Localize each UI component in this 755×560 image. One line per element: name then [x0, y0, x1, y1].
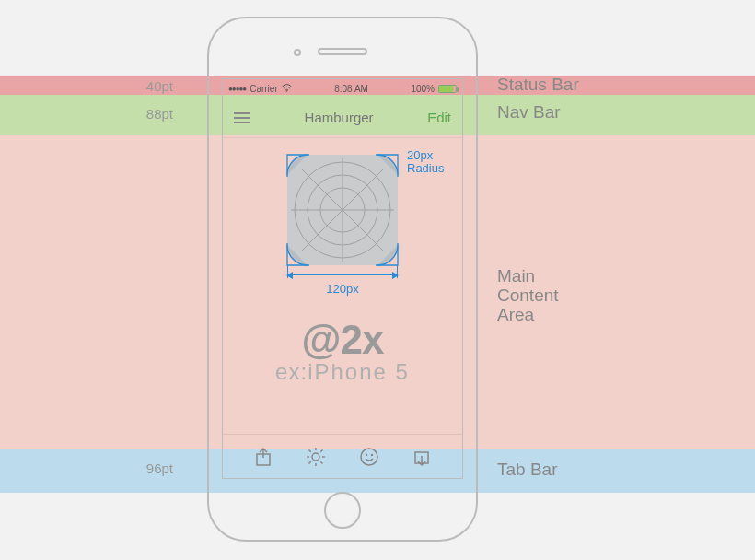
svg-point-19: [366, 454, 366, 455]
wifi-icon: [282, 84, 292, 94]
svg-point-18: [361, 449, 378, 465]
nav-bar-height-label: 88pt: [136, 106, 173, 122]
radius-dimension-label: 20pxRadius: [407, 149, 444, 176]
corner-radius-icon: [375, 154, 399, 178]
home-button-icon: [324, 492, 361, 529]
status-bar: ●●●●● Carrier 8:08 AM 100%: [223, 79, 462, 98]
scale-example-label: ex:iPhone 5: [223, 359, 462, 385]
share-icon[interactable]: [250, 444, 276, 470]
corner-radius-icon: [375, 242, 399, 266]
screen: ●●●●● Carrier 8:08 AM 100% Hamburger Edi…: [222, 78, 463, 479]
status-bar-height-label: 40pt: [136, 78, 173, 94]
smile-icon[interactable]: [356, 444, 382, 470]
tab-bar: [223, 434, 462, 478]
phone-outline: ●●●●● Carrier 8:08 AM 100% Hamburger Edi…: [207, 17, 478, 542]
status-bar-label: Status Bar: [497, 76, 579, 95]
nav-bar-label: Nav Bar: [497, 103, 561, 122]
svg-line-15: [320, 461, 322, 463]
nav-title: Hamburger: [305, 110, 374, 125]
svg-line-17: [320, 449, 322, 451]
svg-point-0: [285, 90, 287, 92]
reply-icon[interactable]: [409, 444, 435, 470]
main-content-label: Main Content Area: [497, 267, 559, 325]
app-icon-template: [287, 155, 398, 265]
nav-bar: Hamburger Edit: [223, 98, 462, 138]
speaker-icon: [318, 48, 367, 55]
corner-radius-icon: [286, 154, 310, 178]
carrier-label: Carrier: [250, 84, 278, 94]
gear-icon[interactable]: [303, 444, 329, 470]
svg-point-9: [312, 453, 319, 461]
svg-point-20: [371, 454, 372, 455]
width-dimension: 120px: [287, 269, 398, 297]
edit-button[interactable]: Edit: [427, 110, 451, 125]
clock-label: 8:08 AM: [334, 84, 368, 94]
battery-icon: [438, 85, 457, 93]
camera-dot-icon: [294, 49, 301, 56]
scale-factor-label: @2x: [223, 317, 462, 363]
tab-bar-height-label: 96pt: [136, 461, 173, 476]
battery-pct-label: 100%: [411, 84, 435, 94]
svg-line-14: [309, 449, 311, 451]
tab-bar-label: Tab Bar: [497, 461, 557, 480]
hamburger-icon[interactable]: [234, 112, 250, 123]
width-dimension-label: 120px: [287, 282, 398, 296]
signal-dots-icon: ●●●●●: [228, 85, 246, 93]
main-content-area: 20pxRadius 120px @2x ex:iPhone 5: [223, 138, 462, 434]
svg-line-16: [309, 461, 311, 463]
corner-radius-icon: [286, 242, 310, 266]
